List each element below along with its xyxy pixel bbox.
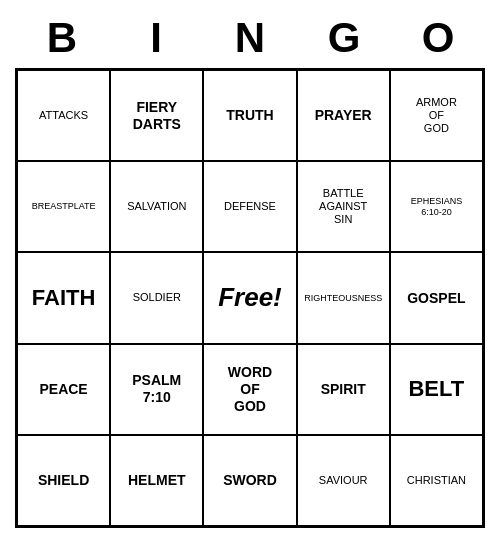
cell-r2-c4: GOSPEL — [390, 252, 483, 343]
cell-r3-c4: BELT — [390, 344, 483, 435]
cell-r0-c3: PRAYER — [297, 70, 390, 161]
cell-r4-c3: SAVIOUR — [297, 435, 390, 526]
cell-r4-c2: SWORD — [203, 435, 296, 526]
cell-text: ATTACKS — [39, 109, 88, 122]
cell-r4-c4: CHRISTIAN — [390, 435, 483, 526]
cell-text: CHRISTIAN — [407, 474, 466, 487]
cell-text: BELT — [408, 376, 464, 402]
cell-r1-c4: EPHESIANS 6:10-20 — [390, 161, 483, 252]
cell-text: PEACE — [39, 381, 87, 398]
cell-text: PRAYER — [315, 107, 372, 124]
cell-text: SHIELD — [38, 472, 89, 489]
cell-r2-c2: Free! — [203, 252, 296, 343]
cell-r2-c1: SOLDIER — [110, 252, 203, 343]
cell-text: TRUTH — [226, 107, 273, 124]
cell-r1-c2: DEFENSE — [203, 161, 296, 252]
cell-text: ARMOR OF GOD — [416, 96, 457, 136]
cell-text: SPIRIT — [321, 381, 366, 398]
header-letter: N — [203, 10, 297, 66]
bingo-header: BINGO — [15, 10, 485, 66]
cell-text: WORD OF GOD — [228, 364, 272, 414]
cell-text: SWORD — [223, 472, 277, 489]
cell-r0-c1: FIERY DARTS — [110, 70, 203, 161]
cell-text: DEFENSE — [224, 200, 276, 213]
cell-r0-c0: ATTACKS — [17, 70, 110, 161]
header-letter: B — [15, 10, 109, 66]
cell-r4-c0: SHIELD — [17, 435, 110, 526]
cell-r3-c2: WORD OF GOD — [203, 344, 296, 435]
cell-r4-c1: HELMET — [110, 435, 203, 526]
cell-text: FIERY DARTS — [133, 99, 181, 133]
cell-r0-c4: ARMOR OF GOD — [390, 70, 483, 161]
cell-r3-c3: SPIRIT — [297, 344, 390, 435]
cell-text: SOLDIER — [133, 291, 181, 304]
cell-text: BREASTPLATE — [32, 201, 96, 212]
cell-r1-c3: BATTLE AGAINST SIN — [297, 161, 390, 252]
cell-text: FAITH — [32, 285, 96, 311]
header-letter: I — [109, 10, 203, 66]
cell-r0-c2: TRUTH — [203, 70, 296, 161]
bingo-grid: ATTACKSFIERY DARTSTRUTHPRAYERARMOR OF GO… — [15, 68, 485, 528]
cell-text: BATTLE AGAINST SIN — [319, 187, 367, 227]
cell-text: GOSPEL — [407, 290, 465, 307]
header-letter: G — [297, 10, 391, 66]
cell-text: RIGHTEOUSNESS — [304, 293, 382, 304]
cell-r3-c0: PEACE — [17, 344, 110, 435]
cell-text: SALVATION — [127, 200, 186, 213]
cell-r1-c1: SALVATION — [110, 161, 203, 252]
cell-text: Free! — [218, 282, 282, 313]
cell-r3-c1: PSALM 7:10 — [110, 344, 203, 435]
cell-text: PSALM 7:10 — [132, 372, 181, 406]
cell-text: HELMET — [128, 472, 186, 489]
cell-text: EPHESIANS 6:10-20 — [411, 196, 463, 218]
cell-text: SAVIOUR — [319, 474, 368, 487]
header-letter: O — [391, 10, 485, 66]
cell-r2-c3: RIGHTEOUSNESS — [297, 252, 390, 343]
cell-r2-c0: FAITH — [17, 252, 110, 343]
cell-r1-c0: BREASTPLATE — [17, 161, 110, 252]
